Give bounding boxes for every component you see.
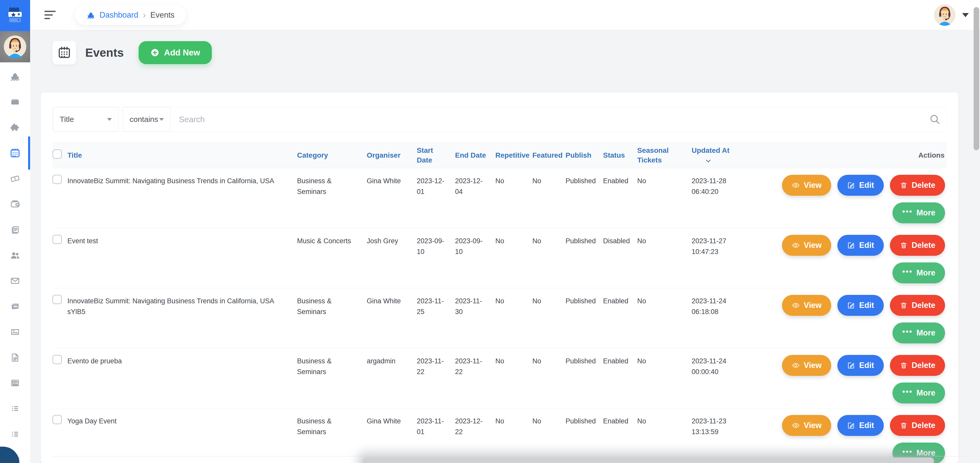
more-button[interactable]: ••• More <box>892 262 945 283</box>
edit-pencil-icon <box>847 301 855 310</box>
edit-pencil-icon <box>847 421 855 429</box>
cell-organiser: Gina White <box>367 288 417 348</box>
cell-featured: No <box>532 348 566 408</box>
briefcase-icon <box>10 96 21 108</box>
sidebar-item-list-1[interactable] <box>0 396 30 421</box>
select-all-checkbox[interactable] <box>52 150 62 159</box>
magnifier-icon[interactable] <box>929 113 941 125</box>
header-checkbox-cell <box>52 150 67 161</box>
sidebar-item-pages[interactable] <box>0 217 30 243</box>
view-button[interactable]: View <box>782 355 831 376</box>
edit-button[interactable]: Edit <box>837 175 884 196</box>
trash-icon <box>900 421 908 429</box>
sidebar-item-mail[interactable] <box>0 268 30 294</box>
row-checkbox[interactable] <box>52 355 62 364</box>
ellipsis-icon: ••• <box>902 332 913 334</box>
ellipsis-icon: ••• <box>902 212 913 214</box>
column-seasonal-tickets[interactable]: Seasonal Tickets <box>637 146 692 165</box>
page-icon-box <box>52 41 76 64</box>
sidebar-item-newspaper[interactable] <box>0 370 30 396</box>
cell-status: Enabled <box>603 168 637 228</box>
column-start-date[interactable]: Start Date <box>417 146 455 165</box>
view-button[interactable]: View <box>782 295 831 316</box>
column-end-date[interactable]: End Date <box>455 150 495 160</box>
column-updated-at[interactable]: Updated At <box>692 146 752 165</box>
breadcrumb-dashboard-link[interactable]: Dashboard <box>100 11 138 20</box>
eye-icon <box>792 361 800 369</box>
cell-publish: Published <box>566 348 603 408</box>
cell-start-date: 2023-12-01 <box>417 168 455 228</box>
app-logo[interactable] <box>0 0 30 31</box>
column-status[interactable]: Status <box>603 150 637 160</box>
view-button[interactable]: View <box>782 175 831 196</box>
sidebar-item-photos[interactable] <box>0 294 30 319</box>
column-category[interactable]: Category <box>297 150 367 160</box>
cell-category: Business & Seminars <box>297 348 367 408</box>
delete-button[interactable]: Delete <box>890 295 945 316</box>
user-avatar[interactable] <box>934 4 956 26</box>
sidebar-item-document[interactable] <box>0 345 30 370</box>
column-repetitive[interactable]: Repetitive <box>495 150 532 160</box>
column-featured[interactable]: Featured <box>532 150 566 160</box>
chevron-down-icon[interactable] <box>962 13 969 17</box>
more-button[interactable]: ••• More <box>892 323 945 343</box>
horizontal-scrollbar[interactable] <box>363 457 934 463</box>
sidebar-item-events[interactable] <box>0 140 30 166</box>
sidebar-item-list-2[interactable] <box>0 421 30 447</box>
cell-status: Enabled <box>603 408 637 463</box>
delete-button[interactable]: Delete <box>890 235 945 256</box>
eye-icon <box>792 241 800 249</box>
search-input[interactable] <box>171 107 946 132</box>
column-organiser[interactable]: Organiser <box>367 150 417 160</box>
edit-button[interactable]: Edit <box>837 235 884 256</box>
trash-icon <box>900 181 908 189</box>
cell-actions: View Edit Delete ••• M <box>752 348 947 408</box>
chevron-down-icon <box>107 118 112 121</box>
column-publish[interactable]: Publish <box>566 150 603 160</box>
cell-updated-at: 2023-11-23 13:13:59 <box>692 408 752 463</box>
sidebar-item-image[interactable] <box>0 319 30 345</box>
events-card: Title contains Title Category Organiser … <box>41 93 958 463</box>
edit-button[interactable]: Edit <box>837 355 884 376</box>
trash-icon <box>900 301 908 310</box>
more-button[interactable]: ••• More <box>892 383 945 404</box>
sidebar-item-ship[interactable] <box>0 64 30 89</box>
delete-button[interactable]: Delete <box>890 175 945 196</box>
sidebar-item-payments[interactable]: $ <box>0 166 30 192</box>
edit-button[interactable]: Edit <box>837 415 884 436</box>
column-title[interactable]: Title <box>67 150 297 160</box>
more-button[interactable]: ••• More <box>892 202 945 224</box>
cell-organiser: Gina White <box>367 168 417 228</box>
sidebar-item-puzzle[interactable] <box>0 115 30 140</box>
cell-title: InnovateBiz Summit: Navigating Business … <box>67 168 297 228</box>
column-actions: Actions <box>918 150 947 160</box>
view-button[interactable]: View <box>782 415 831 436</box>
row-checkbox[interactable] <box>52 415 62 424</box>
table-row: Evento de prueba Business & Seminars arg… <box>52 348 947 408</box>
row-checkbox[interactable] <box>52 175 62 184</box>
row-checkbox[interactable] <box>52 295 62 304</box>
cell-featured: No <box>532 408 566 463</box>
view-button[interactable]: View <box>782 235 831 256</box>
filter-field-select[interactable]: Title <box>53 107 119 132</box>
sidebar-item-users[interactable] <box>0 243 30 268</box>
filter-operator-select[interactable]: contains <box>123 107 171 132</box>
sidebar-item-briefcase[interactable] <box>0 89 30 115</box>
row-checkbox[interactable] <box>52 235 62 244</box>
sidebar-avatar[interactable] <box>0 31 30 62</box>
banknote-icon: $ <box>10 173 21 184</box>
hamburger-icon[interactable] <box>45 11 56 19</box>
sidebar-item-wallet[interactable] <box>0 192 30 217</box>
puzzle-icon <box>10 122 21 133</box>
edit-button[interactable]: Edit <box>837 295 884 316</box>
cell-category: Music & Concerts <box>297 228 367 288</box>
add-new-button[interactable]: Add New <box>138 41 212 64</box>
trash-icon <box>900 241 908 249</box>
cell-end-date: 2023-11-30 <box>455 288 495 348</box>
delete-button[interactable]: Delete <box>890 355 945 376</box>
delete-button[interactable]: Delete <box>890 415 945 436</box>
sort-chevron-down-icon[interactable] <box>706 158 711 162</box>
users-icon <box>10 250 21 261</box>
vertical-scrollbar[interactable] <box>974 7 979 150</box>
list-icon <box>10 428 21 440</box>
